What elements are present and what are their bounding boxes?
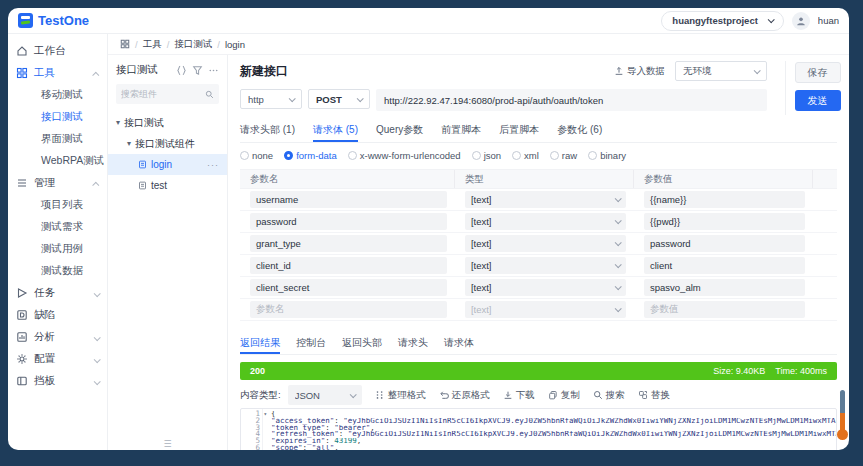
sidebar-item[interactable]: 接口测试 [8,106,107,128]
param-type-select[interactable]: [text] [465,191,626,208]
tree-search-input[interactable] [121,89,191,99]
sidebar-item[interactable]: 测试数据 [8,260,107,282]
column-header: 参数名 [240,170,455,188]
scroll-indicator[interactable] [840,390,845,434]
defect-icon [16,309,28,321]
body-type-radio[interactable]: none [240,150,273,161]
param-value-input[interactable]: {{pwd}} [644,213,805,230]
environment-select[interactable]: 无环境 [675,61,767,81]
sidebar-item[interactable]: 测试用例 [8,238,107,260]
param-row: client_secret[text]spasvo_alm [240,277,837,299]
sidebar-item[interactable]: 移动测试 [8,84,107,106]
body-type-radio[interactable]: form-data [284,150,337,161]
task-icon [16,287,28,299]
param-name-input[interactable]: grant_type [250,235,447,252]
sidebar-item[interactable]: WebRPA测试 [8,150,107,172]
tree-search-box[interactable] [116,84,219,104]
response-status-bar: 200 Size: 9.40KB Time: 400ms [240,362,837,380]
method-select[interactable]: POST [308,89,370,109]
sidebar-item[interactable]: 任务 [8,282,107,304]
search-icon [205,90,214,99]
format-button[interactable]: 整理格式 [375,389,426,402]
app-logo[interactable]: TestOne [18,13,89,28]
code-line: { [271,411,836,418]
filter-icon[interactable] [192,65,203,76]
param-value-input[interactable]: 参数值 [644,301,805,318]
sidebar-item[interactable]: 工作台 [8,40,107,62]
sidebar-item-label: 配置 [34,352,55,366]
request-tab[interactable]: 请求体 (5) [313,119,358,142]
param-name-input[interactable]: client_id [250,257,447,274]
tree-node-root[interactable]: ▾ 接口测试 [116,112,219,133]
param-type-select[interactable]: [text] [465,279,626,296]
breadcrumb-item[interactable]: 工具 [143,38,162,51]
replace-button[interactable]: 替换 [638,389,670,402]
param-type-select[interactable]: [text] [465,301,626,318]
board-icon [16,375,28,387]
sidebar-item[interactable]: 缺陷 [8,304,107,326]
copy-button[interactable]: 复制 [548,389,580,402]
body-type-radio[interactable]: json [472,150,501,161]
request-tab[interactable]: 参数化 (6) [557,119,602,142]
braces-icon[interactable] [176,65,187,76]
response-tab[interactable]: 控制台 [296,333,326,354]
import-data-button[interactable]: 导入数据 [614,65,665,78]
code-line: "expires_in": 43199, [271,438,836,445]
response-code-viewer[interactable]: 1▾23456789 {"access_token": "eyJhbGciOiJ… [240,408,837,450]
request-tab[interactable]: 请求头部 (1) [240,119,295,142]
sidebar-item[interactable]: 界面测试 [8,128,107,150]
project-selector[interactable]: huangyftestproject [661,11,784,31]
param-type-select[interactable]: [text] [465,235,626,252]
body-type-radio[interactable]: xml [512,150,539,161]
response-tab[interactable]: 请求体 [444,333,474,354]
breadcrumb-item[interactable]: login [225,39,245,50]
response-tab[interactable]: 返回头部 [342,333,382,354]
param-value-input[interactable]: client [644,257,805,274]
param-name-input[interactable]: password [250,213,447,230]
fold-caret-icon[interactable]: ▾ [263,411,267,418]
tree-node-group[interactable]: ▾ 接口测试组件 [116,133,219,154]
param-name-input[interactable]: 参数名 [250,301,447,318]
response-tab[interactable]: 返回结果 [240,333,280,354]
param-row: client_id[text]client [240,255,837,277]
sidebar-item[interactable]: 分析 [8,326,107,348]
breadcrumb-item[interactable]: 接口测试 [174,38,212,51]
tree-leaf-test[interactable]: test [108,175,227,196]
more-options-icon[interactable]: ··· [207,160,227,170]
protocol-select[interactable]: http [240,89,302,109]
request-tab[interactable]: 前置脚本 [441,119,481,142]
user-name: huan [818,15,839,26]
body-type-radio[interactable]: raw [550,150,577,161]
sidebar-item[interactable]: 项目列表 [8,194,107,216]
param-name-input[interactable]: username [250,191,447,208]
request-tab[interactable]: Query参数 [376,119,423,142]
sidebar-item[interactable]: 管理 [8,172,107,194]
param-type-select[interactable]: [text] [465,213,626,230]
panel-collapse-handle[interactable]: ☰ [163,439,171,449]
sidebar-item[interactable]: 测试需求 [8,216,107,238]
sidebar-item[interactable]: 配置 [8,348,107,370]
send-button[interactable]: 发送 [795,90,841,111]
response-tab[interactable]: 请求头 [398,333,428,354]
param-value-input[interactable]: {{name}} [644,191,805,208]
url-input[interactable] [376,89,767,111]
request-tab[interactable]: 后置脚本 [499,119,539,142]
content-type-select[interactable]: JSON [288,385,362,405]
body-type-radio[interactable]: x-www-form-urlencoded [348,150,461,161]
sidebar-item[interactable]: 挡板 [8,370,107,392]
param-value-input[interactable]: spasvo_alm [644,279,805,296]
download-button[interactable]: 下载 [503,389,535,402]
body-type-radio[interactable]: binary [588,150,626,161]
more-icon[interactable] [208,65,219,76]
save-button[interactable]: 保存 [795,62,841,83]
param-name-input[interactable]: client_secret [250,279,447,296]
logo-text: TestOne [38,13,89,28]
tree-leaf-login[interactable]: login ··· [108,154,227,175]
undo-button[interactable]: 还原格式 [439,389,490,402]
user-avatar[interactable] [792,12,810,30]
param-type-select[interactable]: [text] [465,257,626,274]
param-value-input[interactable]: password [644,235,805,252]
search-button[interactable]: 搜索 [593,389,625,402]
sidebar-item-label: 任务 [34,286,55,300]
sidebar-item[interactable]: 工具 [8,62,107,84]
